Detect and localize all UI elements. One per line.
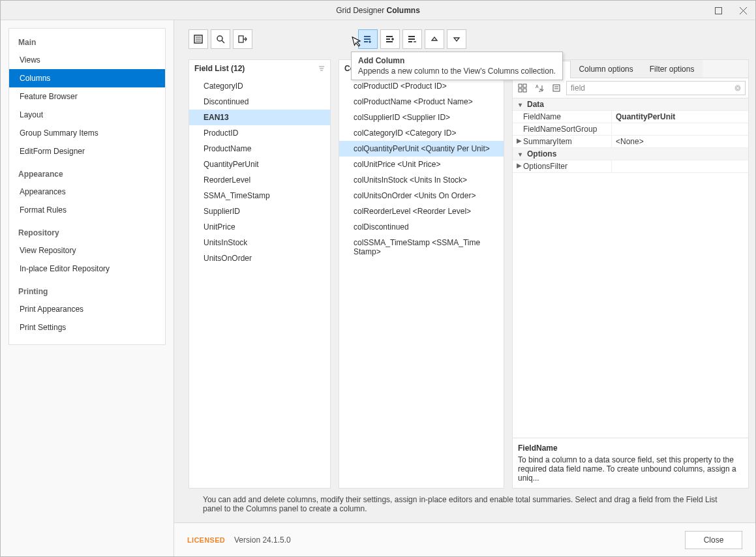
main-body: Add Column Appends a new column to the V…: [174, 20, 755, 522]
field-list-item[interactable]: ProductID: [189, 125, 330, 141]
property-pages-icon[interactable]: [549, 81, 564, 95]
field-list-item[interactable]: ReorderLevel: [189, 172, 330, 188]
license-badge: LICENSED: [187, 536, 225, 544]
property-name: SummaryItem: [523, 137, 572, 146]
property-value[interactable]: QuantityPerUnit: [612, 111, 748, 123]
property-row[interactable]: ▶OptionsFilter: [513, 160, 748, 173]
properties-panel: n propertiesColumn optionsFilter options…: [512, 59, 749, 489]
property-row[interactable]: FieldNameSortGroup: [513, 123, 748, 136]
field-list-item[interactable]: Discontinued: [189, 94, 330, 110]
property-category[interactable]: ▾Options: [513, 148, 748, 160]
nav-item[interactable]: Group Summary Items: [9, 124, 165, 142]
property-value[interactable]: [612, 123, 748, 135]
layout-panel-button[interactable]: [189, 29, 208, 49]
nav-item[interactable]: Print Appearances: [9, 300, 165, 318]
field-list[interactable]: CategoryIDDiscontinuedEAN13ProductIDProd…: [189, 77, 330, 488]
field-list-item[interactable]: EAN13: [189, 110, 330, 125]
hint-text: You can add and delete columns, modify t…: [189, 489, 749, 516]
toolbar-group-left: [189, 29, 252, 49]
columns-list-item[interactable]: colCategoryID <Category ID>: [339, 125, 504, 141]
maximize-button[interactable]: [706, 1, 731, 20]
field-list-item[interactable]: SupplierID: [189, 203, 330, 219]
exit-button[interactable]: [233, 29, 252, 49]
expand-icon: [515, 125, 523, 134]
nav-group-header: Printing: [9, 278, 165, 300]
field-list-item[interactable]: CategoryID: [189, 78, 330, 94]
title-prefix: Grid Designer: [336, 6, 384, 15]
property-toolbar: AZ field: [513, 78, 748, 98]
columns-list-item[interactable]: colReorderLevel <Reorder Level>: [339, 203, 504, 219]
svg-point-7: [217, 36, 222, 41]
svg-rect-27: [519, 84, 522, 87]
remove-column-button[interactable]: [402, 29, 422, 49]
field-list-item[interactable]: SSMA_TimeStamp: [189, 188, 330, 203]
svg-line-8: [222, 40, 224, 43]
property-name: FieldNameSortGroup: [523, 125, 597, 134]
columns-panel: Col colProductID <Product ID>colProductN…: [339, 59, 504, 489]
move-down-button[interactable]: [447, 29, 466, 49]
nav-item[interactable]: Print Settings: [9, 318, 165, 337]
property-category[interactable]: ▾Data: [513, 98, 748, 111]
columns-list-item[interactable]: colUnitsOnOrder <Units On Order>: [339, 188, 504, 203]
property-description: FieldName To bind a column to a data sou…: [513, 438, 748, 488]
nav-item[interactable]: Appearances: [9, 183, 165, 201]
columns-list[interactable]: colProductID <Product ID>colProductName …: [339, 77, 504, 488]
expand-icon[interactable]: ▾: [515, 101, 524, 108]
svg-rect-34: [553, 85, 560, 91]
nav-item[interactable]: EditForm Designer: [9, 142, 165, 160]
columns-list-item[interactable]: colProductName <Product Name>: [339, 94, 504, 110]
expand-icon[interactable]: ▾: [515, 151, 524, 158]
categorized-icon[interactable]: [515, 81, 530, 95]
version-label: Version 24.1.5.0: [234, 535, 291, 545]
field-list-item[interactable]: UnitsInStock: [189, 235, 330, 250]
field-list-header: Field List (12): [189, 60, 330, 77]
field-list-item[interactable]: QuantityPerUnit: [189, 157, 330, 172]
nav-item[interactable]: Feature Browser: [9, 87, 165, 106]
columns-list-item[interactable]: colProductID <Product ID>: [339, 78, 504, 94]
search-button[interactable]: [211, 29, 230, 49]
field-list-item[interactable]: UnitsOnOrder: [189, 250, 330, 266]
property-value[interactable]: <None>: [612, 136, 748, 147]
move-up-button[interactable]: [425, 29, 444, 49]
nav-item[interactable]: Format Rules: [9, 201, 165, 219]
insert-column-button[interactable]: [380, 29, 400, 49]
field-list-item[interactable]: ProductName: [189, 141, 330, 157]
window-title: Grid Designer Columns: [336, 6, 420, 15]
expand-icon[interactable]: ▶: [515, 162, 523, 171]
svg-rect-28: [523, 84, 526, 87]
columns-list-item[interactable]: colUnitPrice <Unit Price>: [339, 157, 504, 172]
close-button[interactable]: [731, 1, 755, 20]
property-row[interactable]: ▶SummaryItem<None>: [513, 136, 748, 148]
nav-item[interactable]: Layout: [9, 106, 165, 124]
close-button[interactable]: Close: [685, 531, 742, 549]
property-value[interactable]: [612, 160, 748, 172]
panels: Add Column Appends a new column to the V…: [189, 59, 749, 489]
columns-list-item[interactable]: colSSMA_TimeStamp <SSMA_Time Stamp>: [339, 235, 504, 260]
property-grid[interactable]: ▾DataFieldNameQuantityPerUnitFieldNameSo…: [513, 98, 748, 438]
property-search-input[interactable]: field: [566, 81, 746, 95]
expand-icon[interactable]: ▶: [515, 137, 523, 146]
property-tab[interactable]: Column options: [570, 60, 641, 78]
columns-list-item[interactable]: colSupplierID <Supplier ID>: [339, 110, 504, 125]
columns-list-item[interactable]: colQuantityPerUnit <Quantity Per Unit>: [339, 141, 504, 157]
nav-item[interactable]: Views: [9, 51, 165, 69]
main: Add Column Appends a new column to the V…: [174, 20, 755, 556]
property-category-label: Options: [527, 149, 556, 158]
clear-search-icon[interactable]: [734, 85, 741, 91]
add-column-button[interactable]: [358, 29, 378, 49]
property-row[interactable]: FieldNameQuantityPerUnit: [513, 111, 748, 123]
columns-list-item[interactable]: colUnitsInStock <Units In Stock>: [339, 172, 504, 188]
nav-item[interactable]: View Repository: [9, 241, 165, 260]
nav-item[interactable]: Columns: [9, 69, 165, 87]
alphabetical-icon[interactable]: AZ: [532, 81, 547, 95]
property-tab[interactable]: Filter options: [641, 60, 703, 78]
columns-list-item[interactable]: colDiscontinued: [339, 219, 504, 235]
property-name: FieldName: [523, 112, 561, 121]
sort-icon[interactable]: [318, 65, 325, 72]
field-list-item[interactable]: UnitPrice: [189, 219, 330, 235]
nav-item[interactable]: In-place Editor Repository: [9, 260, 165, 278]
top-toolbar: [189, 29, 749, 49]
footer: LICENSED Version 24.1.5.0 Close: [174, 522, 755, 556]
svg-rect-0: [715, 7, 721, 14]
field-list-panel: Field List (12) CategoryIDDiscontinuedEA…: [189, 59, 331, 489]
